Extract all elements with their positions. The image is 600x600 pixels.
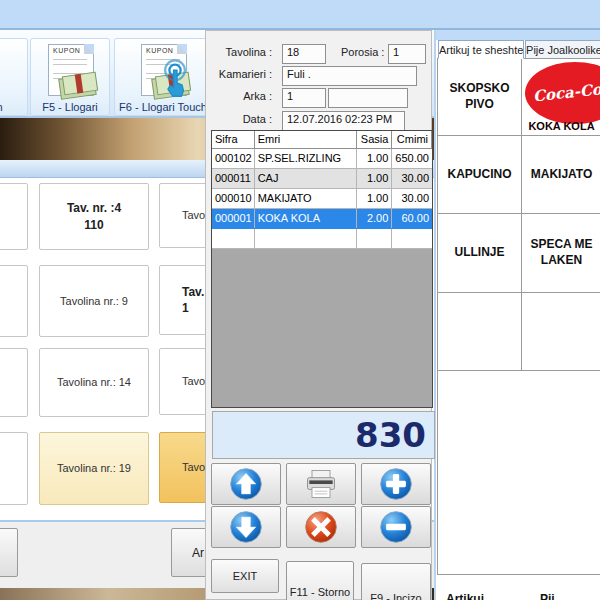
cell-sasia: 1.00	[357, 189, 393, 208]
move-up-button[interactable]	[211, 463, 281, 505]
data-label: Data :	[208, 113, 272, 125]
bottom-partial-label: Pij	[540, 592, 555, 600]
ribbon-button-f5-llogari[interactable]: KUPON F5 - Llogari	[30, 38, 110, 116]
order-panel: Tavolina : 18 Porosia : 1 Kamarieri : Fu…	[205, 30, 432, 600]
table-button-tav14[interactable]: Tavolina nr.: 14	[39, 348, 149, 417]
porosia-label: Porosia :	[341, 46, 384, 58]
table-header-row: Sifra Emri Sasia Cmimi	[212, 131, 432, 149]
remove-quantity-button[interactable]	[361, 506, 431, 548]
arrow-down-icon	[228, 509, 264, 545]
arka-field-2[interactable]	[328, 88, 408, 108]
arka-field[interactable]: 1	[282, 88, 326, 108]
table-row-empty[interactable]	[212, 229, 432, 249]
table-row[interactable]: 000011 CAJ 1.00 30.00	[212, 169, 432, 189]
cell-emri: KOKA KOLA	[255, 209, 357, 228]
cell-cmimi: 650.00	[392, 149, 432, 168]
kupon-document-icon: KUPON	[48, 44, 94, 96]
table-row[interactable]: 000102 SP.SEL.RIZLING 1.00 650.00	[212, 149, 432, 169]
coca-cola-script-text: Coca-Cola	[532, 79, 600, 107]
cell-sifra: 000010	[212, 189, 255, 208]
total-display: 830	[212, 411, 435, 459]
cell-cmimi: 60.00	[392, 209, 432, 228]
bottom-bar-button-partial[interactable]	[0, 528, 18, 577]
cell-cmimi: 30.00	[392, 189, 432, 208]
cancel-x-icon	[303, 509, 339, 545]
kamarieri-label: Kamarieri :	[208, 68, 272, 80]
ribbon-button-label: F6 - Llogari Touch	[115, 101, 211, 113]
table-row-selected[interactable]: 000001 KOKA KOLA 2.00 60.00	[212, 209, 432, 229]
ribbon-button-touch[interactable]: Touch	[0, 38, 28, 116]
table-row[interactable]: 000010 MAKIJATO 1.00 30.00	[212, 189, 432, 209]
order-items-table[interactable]: Sifra Emri Sasia Cmimi 000102 SP.SEL.RIZ…	[211, 130, 433, 408]
product-button-makijato[interactable]: MAKIJATO	[522, 136, 600, 214]
kamarieri-field[interactable]: Fuli .	[282, 66, 417, 86]
cell-emri: SP.SEL.RIZLING	[255, 149, 357, 168]
table-button-tav19[interactable]: Tavolina nr.: 19	[39, 432, 149, 505]
panel-top-band	[436, 30, 600, 40]
move-down-button[interactable]	[211, 506, 281, 548]
plus-icon	[378, 466, 414, 502]
table-button-tav4[interactable]: Tav. nr. :4 110	[39, 183, 149, 250]
tab-artikuj-te-sheshte[interactable]: Artikuj te sheshte	[438, 40, 524, 59]
column-header[interactable]: Sasia	[357, 131, 393, 148]
pos-screen: Touch KUPON F5 - Llogari KUPON	[0, 0, 600, 600]
arka-label: Arka :	[208, 90, 272, 102]
cell-sifra: 000011	[212, 169, 255, 188]
print-button[interactable]	[286, 463, 356, 505]
product-grid: SKOPSKO PIVO Coca-Cola KOKA KOLA KAPUCIN…	[437, 58, 600, 575]
product-button-speca-me-laken[interactable]: SPECA ME LAKEN	[522, 214, 600, 293]
cell-sasia: 1.00	[357, 149, 393, 168]
product-button-koka-kola[interactable]: Coca-Cola KOKA KOLA	[522, 59, 600, 136]
bottom-partial-label: Artikuj	[446, 592, 484, 600]
table-button-tav9[interactable]: Tavolina nr.: 9	[39, 265, 149, 337]
incizo-button[interactable]: F9 - Incizo	[361, 563, 431, 600]
product-button-label: KOKA KOLA	[522, 119, 600, 133]
printer-icon	[302, 466, 340, 502]
table-button-partial[interactable]	[0, 348, 28, 417]
products-panel: Artikuj te sheshte Pije Joalkoolike SKOP…	[434, 30, 600, 600]
column-header[interactable]: Sifra	[212, 131, 255, 148]
table-button-partial[interactable]	[0, 432, 28, 505]
kupon-document-icon: KUPON	[141, 44, 187, 96]
cell-sasia: 2.00	[357, 209, 393, 228]
kupon-doc-title: KUPON	[146, 47, 173, 54]
add-item-button[interactable]	[361, 463, 431, 505]
exit-button[interactable]: EXIT	[211, 559, 279, 593]
tavolina-field[interactable]: 18	[282, 44, 326, 64]
ribbon-button-label: F5 - Llogari	[31, 101, 109, 113]
touch-hand-icon	[158, 59, 192, 97]
cell-cmimi: 30.00	[392, 169, 432, 188]
tavolina-label: Tavolina :	[208, 46, 272, 58]
cell-emri: CAJ	[255, 169, 357, 188]
product-button-ullinje[interactable]: ULLINJE	[438, 214, 522, 293]
product-button-empty[interactable]	[438, 293, 522, 371]
product-button-kapucino[interactable]: KAPUCINO	[438, 136, 522, 214]
column-header[interactable]: Cmimi	[392, 131, 432, 148]
porosia-field[interactable]: 1	[388, 44, 426, 64]
ribbon-button-label: Touch	[0, 101, 27, 113]
delete-item-button[interactable]	[286, 506, 356, 548]
ribbon-button-f6-llogari-touch[interactable]: KUPON F6 - Llogari Touch	[114, 38, 212, 116]
tab-pije-joalkoolike[interactable]: Pije Joalkoolike	[525, 40, 600, 59]
window-title-band	[0, 0, 600, 30]
minus-icon	[378, 509, 414, 545]
data-field[interactable]: 12.07.2016 02:23 PM	[282, 111, 405, 131]
money-icon	[62, 72, 98, 96]
kupon-doc-title: KUPON	[53, 47, 80, 54]
table-button-partial[interactable]	[0, 183, 28, 250]
column-header[interactable]: Emri	[255, 131, 357, 148]
product-button-empty[interactable]	[522, 293, 600, 371]
cell-sasia: 1.00	[357, 169, 393, 188]
product-button-skopsko-pivo[interactable]: SKOPSKO PIVO	[438, 59, 522, 136]
cell-emri: MAKIJATO	[255, 189, 357, 208]
table-button-partial[interactable]	[0, 265, 28, 337]
arrow-up-icon	[228, 466, 264, 502]
coca-cola-logo: Coca-Cola	[525, 62, 600, 124]
storno-button[interactable]: F11 - Storno	[286, 561, 354, 600]
cell-sifra: 000001	[212, 209, 255, 228]
cell-sifra: 000102	[212, 149, 255, 168]
